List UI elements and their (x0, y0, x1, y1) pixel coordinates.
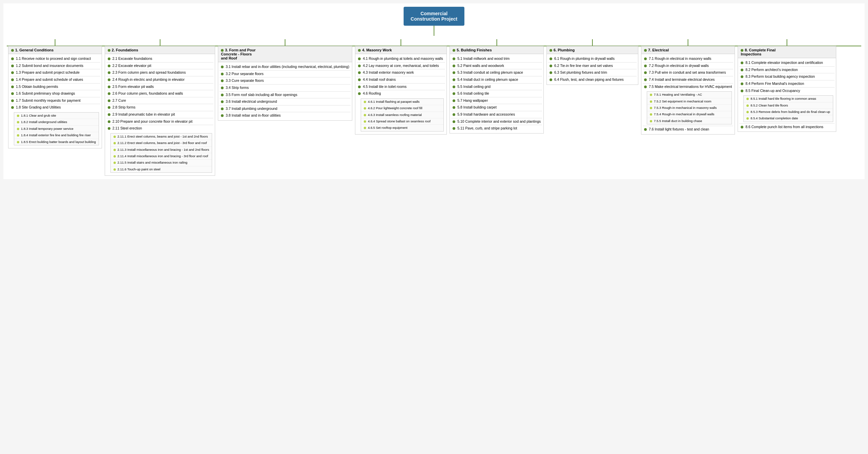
item-text: 8.4 Perform Fire Marshal's inspection (745, 81, 804, 86)
column-col2: 2. Foundations2.1 Excavate foundations2.… (103, 39, 216, 176)
item-dot (741, 126, 743, 128)
subitem-2.11.4: 2.11.4 Install miscellaneous iron and br… (111, 153, 212, 160)
item-text: 8.1 Complete elevator inspection and cer… (745, 61, 823, 65)
item-dot (453, 71, 455, 74)
subitem-text: 8.5.3 Remove debris from building and do… (750, 110, 830, 114)
subitem-7.5.4: 7.5.4 Rough-in mechanical in drywall wal… (647, 111, 732, 118)
header-dot (108, 49, 110, 52)
item-dot (108, 71, 110, 74)
item-3.7: 3.7 Install plumbing underground (218, 105, 352, 112)
item-dot (741, 75, 743, 78)
subitem-dot (650, 100, 652, 103)
subitem-text: 4.6.2 Pour lightweight concrete roof fil… (368, 106, 422, 110)
cat-header-col1: 1. General Conditions (8, 46, 102, 54)
item-1.6: 1.6 Submit preliminary shop drawings (8, 90, 102, 97)
item-text: 6.3 Set plumbing fixtures and trim (554, 70, 607, 75)
subitems-container-2.11: 2.11.1 Erect steel columns, beams and jo… (110, 133, 212, 173)
item-1.8: 1.8 Site Grading and Utilities (8, 104, 102, 111)
item-text: 6.2 Tie-in fire line riser and set valve… (554, 64, 613, 68)
subitem-4.6.2: 4.6.2 Pour lightweight concrete roof fil… (361, 105, 443, 112)
item-dot (644, 128, 647, 131)
subitem-2.11.3: 2.11.3 Install miscellaneous iron and br… (111, 147, 212, 153)
items-container-col3: 3.1 Install rebar and in-floor utilities… (218, 62, 352, 121)
subitem-4.6.3: 4.6.3 Install seamless roofing material (361, 112, 443, 118)
items-container-col5: 5.1 Install millwork and wood trim5.2 Pa… (450, 54, 544, 134)
item-3.2: 3.2 Pour separate floors (218, 71, 352, 77)
item-text: 1.2 Submit bond and insurance documents (16, 64, 83, 68)
item-text: 2.1 Excavate foundations (112, 56, 152, 61)
subitem-4.6.5: 4.6.5 Set rooftop equipment (361, 125, 443, 131)
item-text: 8.2 Perform architect's inspection (745, 68, 798, 72)
item-dot (453, 65, 455, 67)
item-dot (221, 73, 224, 75)
item-4.5: 4.5 Install tile in toilet rooms (355, 83, 446, 90)
item-5.11: 5.11 Pave, curb, and stripe parking lot (450, 125, 543, 132)
item-dot (11, 92, 14, 95)
item-7.6: 7.6 Install light fixtures - test and cl… (641, 126, 735, 133)
subitem-text: 2.11.1 Erect steel columns, beams and jo… (118, 135, 208, 139)
item-8.1: 8.1 Complete elevator inspection and cer… (738, 59, 836, 66)
item-1.5: 1.5 Obtain building permits (8, 83, 102, 90)
item-dot (358, 65, 361, 67)
item-dot (453, 113, 455, 116)
subitems-container-7.5: 7.5.1 Heating and Ventilating - AC7.5.2 … (647, 91, 732, 124)
subitem-dot (17, 141, 19, 143)
item-8.3: 8.3 Perform local building agency inspec… (738, 73, 836, 80)
item-dot (453, 120, 455, 123)
item-text: 2.4 Rough-in electric and plumbing in el… (112, 77, 185, 82)
connector-down-col8 (787, 39, 787, 46)
cat-header-col7: 7. Electrical (641, 46, 735, 54)
subitem-1.8.5: 1.8.5 Erect building batter boards and l… (14, 139, 99, 145)
item-2.10: 2.10 Prepare and pour concrete floor in … (105, 118, 215, 125)
subitem-4.6.4: 4.6.4 Spread stone ballast on seamless r… (361, 118, 443, 125)
item-text: 7.6 Install light fixtures - test and cl… (649, 127, 709, 132)
item-1.3: 1.3 Prepare and submit project schedule (8, 69, 102, 76)
item-5.2: 5.2 Paint walls and woodwork (450, 63, 543, 69)
subitem-dot (113, 168, 116, 171)
subitem-text: 7.5.3 Rough-in mechanical in masonry wal… (654, 106, 717, 110)
column-col6: 6. Plumbing6.1 Rough-in plumbing in dryw… (545, 39, 640, 85)
item-text: 5.3 Install conduit at ceiling plenum sp… (457, 70, 523, 75)
subitem-dot (17, 121, 19, 123)
subitem-8.5.3: 8.5.3 Remove debris from building and do… (744, 109, 833, 115)
item-dot (644, 65, 647, 67)
subitem-dot (650, 107, 652, 109)
subitem-2.11.6: 2.11.6 Touch-up paint on steel (111, 166, 212, 172)
item-5.5: 5.5 Install ceiling grid (450, 83, 543, 90)
items-container-col8: 8.1 Complete elevator inspection and cer… (738, 58, 836, 132)
subitem-8.5.1: 8.5.1 Install hard tile flooring in comm… (744, 96, 833, 102)
item-dot (11, 106, 14, 109)
main-columns: 1. General Conditions1.1 Receive notice … (7, 39, 861, 176)
subitem-1.8.3: 1.8.3 Install temporary power service (14, 126, 99, 132)
item-2.6: 2.6 Pour column piers, foundations and w… (105, 90, 215, 97)
subitem-dot (650, 113, 652, 116)
item-text: 2.3 Form column piers and spread foundat… (112, 70, 186, 75)
item-text: 1.1 Receive notice to proceed and sign c… (16, 56, 91, 61)
cat-header-col8: 8. Complete FinalInspections (738, 46, 836, 58)
subitems-container-1.8: 1.8.1 Clear and grub site1.8.2 Install u… (14, 112, 99, 145)
item-8.6: 8.6 Complete punch list items from all i… (738, 124, 836, 130)
item-text: 8.5 Final Clean-up and Occupancy (745, 89, 800, 93)
item-2.4: 2.4 Rough-in electric and plumbing in el… (105, 76, 215, 83)
item-text: 5.8 Install building carpet (457, 105, 496, 110)
item-dot (644, 78, 647, 81)
item-6.2: 6.2 Tie-in fire line riser and set valve… (547, 63, 638, 69)
item-text: 7.3 Pull wire in conduit and set area tr… (649, 70, 726, 75)
item-5.6: 5.6 Install ceiling tile (450, 90, 543, 97)
item-dot (644, 57, 647, 60)
item-text: 4.4 Install roof drains (363, 77, 395, 82)
item-text: 1.7 Submit monthly requests for payment (16, 98, 80, 103)
item-dot (221, 79, 224, 82)
item-text: 2.11 Steel erection (112, 126, 142, 131)
item-dot (550, 78, 552, 81)
root-container: CommercialConstruction Project (7, 7, 861, 36)
subitem-dot (650, 120, 652, 122)
cat-header-col6: 6. Plumbing (546, 46, 638, 54)
item-text: 1.4 Prepare and submit schedule of value… (16, 77, 83, 82)
item-1.2: 1.2 Submit bond and insurance documents (8, 63, 102, 69)
item-dot (108, 106, 110, 109)
subitem-dot (364, 107, 366, 110)
subitem-7.5.5: 7.5.5 Install duct in building chase (647, 118, 732, 124)
subitem-dot (650, 94, 652, 96)
item-2.1: 2.1 Excavate foundations (105, 55, 215, 62)
